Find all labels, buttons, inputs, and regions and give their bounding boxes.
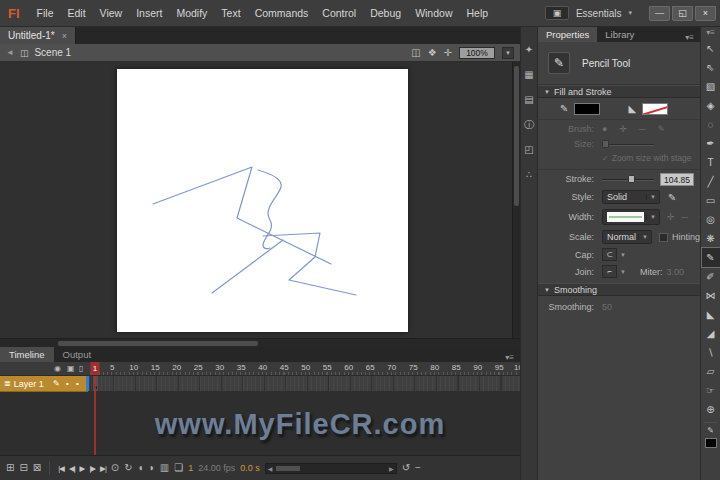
close-button[interactable]: × <box>695 6 716 21</box>
fill-and-stroke-section-header[interactable]: ▼ Fill and Stroke <box>538 85 700 98</box>
scene-label[interactable]: Scene 1 <box>34 47 71 58</box>
document-tab[interactable]: Untitled-1* × <box>0 27 76 44</box>
stage-canvas[interactable] <box>117 69 408 332</box>
bone-tool[interactable]: ⋈ <box>702 286 720 305</box>
tab-output[interactable]: Output <box>54 347 101 362</box>
width-add-icon[interactable]: ✛ <box>667 212 675 222</box>
play-button[interactable]: ▶ <box>80 464 85 473</box>
info-panel-icon[interactable]: ⓘ <box>524 118 534 131</box>
width-profile-select[interactable]: ▼ <box>602 209 660 225</box>
menu-item[interactable]: Edit <box>60 3 92 23</box>
menu-item[interactable]: Text <box>214 3 247 23</box>
menu-item[interactable]: Control <box>315 3 363 23</box>
lasso-tool[interactable]: ◌ <box>702 115 720 134</box>
workspace-switcher-icon[interactable]: ▣ <box>545 6 569 20</box>
frame-number[interactable]: 80 <box>430 363 439 372</box>
transform-panel-icon[interactable]: ◰ <box>524 143 533 156</box>
eyedropper-tool[interactable]: ∖ <box>702 343 720 362</box>
close-icon[interactable]: × <box>62 31 67 41</box>
frame-number[interactable]: 85 <box>452 363 461 372</box>
frame-number[interactable]: 70 <box>387 363 396 372</box>
layer-frames[interactable] <box>88 376 520 392</box>
hinting-checkbox[interactable] <box>659 233 668 242</box>
outline-column-icon[interactable]: ▯ <box>79 365 83 373</box>
stroke-size-value[interactable]: 104.85 <box>660 173 694 186</box>
current-frame-indicator[interactable]: 1 <box>188 463 193 473</box>
stroke-color-swatch[interactable] <box>574 103 600 115</box>
onion-skin-outlines-button[interactable]: ◗ <box>149 462 155 474</box>
restore-button[interactable]: ◱ <box>672 6 693 21</box>
timeline-panel-menu-icon[interactable]: ▾≡ <box>499 353 520 362</box>
layer-label-area[interactable]: ≣ Layer 1 ✎ • • <box>0 376 88 392</box>
pen-tool[interactable]: ✒ <box>702 134 720 153</box>
menu-item[interactable]: Help <box>459 3 495 23</box>
menu-item[interactable]: Modify <box>169 3 214 23</box>
text-tool[interactable]: T <box>702 153 720 172</box>
stage-pasteboard[interactable] <box>0 62 520 338</box>
stroke-style-select[interactable]: Solid ▼ <box>602 190 660 204</box>
center-stage-icon[interactable]: ✛ <box>444 47 452 58</box>
miter-value[interactable]: 3.00 <box>666 267 684 277</box>
frame-number[interactable]: 75 <box>409 363 418 372</box>
hand-tool[interactable]: ☞ <box>702 381 720 400</box>
frame-number[interactable]: 5 <box>110 363 114 372</box>
frame-rate-indicator[interactable]: 24.00 fps <box>198 463 235 473</box>
deco-tool[interactable]: ❋ <box>702 229 720 248</box>
brush-tool[interactable]: ✐ <box>702 267 720 286</box>
loop-playback-button[interactable]: ↻ <box>124 462 132 474</box>
frame-number[interactable]: 90 <box>473 363 482 372</box>
stage-vertical-scrollbar[interactable] <box>512 62 520 338</box>
step-forward-button[interactable]: |▶ <box>89 464 95 473</box>
width-remove-icon[interactable]: ─ <box>682 212 688 222</box>
frame-number[interactable]: 95 <box>495 363 504 372</box>
scroll-left-arrow[interactable]: ◀ <box>266 465 275 472</box>
checkmark-icon[interactable]: ✓ <box>602 154 609 163</box>
subselection-tool[interactable]: ⇖ <box>702 58 720 77</box>
elapsed-time-indicator[interactable]: 0.0 s <box>240 463 260 473</box>
edit-multiple-frames-button[interactable]: ▥ <box>160 462 169 474</box>
pencil-tool[interactable]: ✎ <box>702 248 720 267</box>
edit-scene-icon[interactable]: ◫ <box>411 47 420 58</box>
layer-name[interactable]: Layer 1 <box>14 379 44 389</box>
brush-add-icon[interactable]: ✛ <box>619 124 627 134</box>
frame-number[interactable]: 25 <box>194 363 203 372</box>
toolbar-stroke-color-swatch[interactable] <box>705 438 717 448</box>
layer-visibility-dot[interactable]: • <box>66 379 69 388</box>
menu-item[interactable]: Window <box>408 3 459 23</box>
ink-bottle-tool[interactable]: ◢ <box>702 324 720 343</box>
frame-number[interactable]: 20 <box>172 363 181 372</box>
color-panel-icon[interactable]: ✦ <box>525 43 533 56</box>
step-back-button[interactable]: ◀| <box>69 464 75 473</box>
layer-row[interactable]: ≣ Layer 1 ✎ • • <box>0 376 520 392</box>
frame-number[interactable]: 40 <box>258 363 267 372</box>
frame-number[interactable]: 65 <box>366 363 375 372</box>
menu-item[interactable]: Insert <box>129 3 169 23</box>
reset-view-icon[interactable]: ↺ <box>402 462 410 474</box>
edit-stroke-style-icon[interactable]: ✎ <box>668 192 676 203</box>
frame-number[interactable]: 15 <box>151 363 160 372</box>
playhead-marker[interactable]: 1 <box>91 362 100 376</box>
chevron-down-icon[interactable]: ▾ <box>628 9 632 17</box>
goto-first-frame-button[interactable]: |◀ <box>58 464 64 473</box>
brush-remove-icon[interactable]: ─ <box>639 124 645 134</box>
menu-item[interactable]: Commands <box>248 3 316 23</box>
eraser-tool[interactable]: ▱ <box>702 362 720 381</box>
onion-skin-button[interactable]: ◖ <box>138 462 144 474</box>
selection-tool[interactable]: ↖ <box>702 39 720 58</box>
new-folder-button[interactable]: ⊟ <box>19 462 27 474</box>
scale-select[interactable]: Normal ▼ <box>602 230 652 244</box>
new-layer-button[interactable]: ⊞ <box>6 462 14 474</box>
tab-timeline[interactable]: Timeline <box>0 347 54 362</box>
zoom-dropdown-caret[interactable]: ▼ <box>502 47 514 59</box>
frame-number[interactable]: 60 <box>344 363 353 372</box>
layer-lock-dot[interactable]: • <box>76 379 79 388</box>
workspace-selector[interactable]: Essentials <box>576 8 622 19</box>
chevron-down-icon[interactable]: ▼ <box>620 269 626 275</box>
center-frame-button[interactable]: ⊙ <box>111 462 119 474</box>
frame-number[interactable]: 30 <box>215 363 224 372</box>
swatches-panel-icon[interactable]: ▦ <box>524 68 533 81</box>
frame-number[interactable]: 45 <box>280 363 289 372</box>
frame-number[interactable]: 10 <box>129 363 138 372</box>
brush-size-slider[interactable] <box>602 139 654 149</box>
stroke-size-slider[interactable] <box>602 174 654 184</box>
